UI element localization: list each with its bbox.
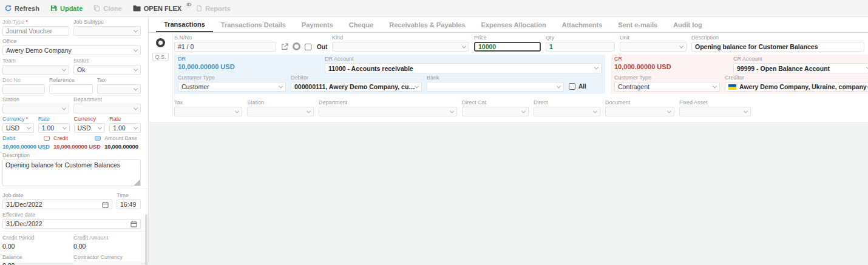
all-checkbox[interactable] [569,83,575,90]
office-select[interactable]: Awery Demo Company [2,45,141,55]
chevron-down-icon [134,106,138,110]
debit-calc-icon[interactable] [44,136,50,141]
clone-button[interactable]: Clone [93,5,122,12]
refresh-button[interactable]: Refresh [5,5,39,12]
credit-calc-icon[interactable] [95,136,101,141]
tab-expenses-allocation[interactable]: Expenses Allocation [473,17,554,32]
tx-department-select[interactable] [319,107,457,116]
direct-cat-select[interactable] [462,107,529,116]
reference-input[interactable] [49,84,93,94]
out-checkbox-label: Out [317,44,327,50]
chevron-down-icon [27,125,31,129]
time-input[interactable]: 16:49 [117,200,141,209]
chevron-down-icon [134,67,138,71]
kind-select[interactable] [332,42,469,52]
transaction-description-input[interactable]: Opening balance for Customer Balances [691,42,864,52]
doc-no-input[interactable] [2,84,45,94]
direct-cat-label: Direct Cat [462,99,529,106]
record-icon[interactable] [293,42,300,50]
chevron-down-icon [98,125,102,129]
chevron-down-icon [134,47,138,52]
calendar-icon[interactable] [102,201,109,208]
description-textarea[interactable]: Opening balance for Customer Balances [2,159,141,186]
cr-customer-type-select[interactable]: Contragent [614,82,720,92]
tx-station-label: Station [247,99,314,106]
qty-input[interactable]: 1 [546,42,615,52]
job-type-input[interactable]: Journal Voucher [2,26,69,36]
currency-credit-select[interactable]: USD [74,123,106,133]
tab-audit-log[interactable]: Audit log [665,17,710,32]
sn-no-input[interactable]: #1 / 0 [174,42,276,52]
chevron-down-icon [235,109,239,113]
job-subtype-select[interactable] [73,26,141,36]
left-panel-scrollbar[interactable] [145,214,147,265]
tab-sent-emails[interactable]: Sent e-mails [610,17,665,32]
id-superscript[interactable]: ID [186,2,191,7]
bank-select[interactable] [427,82,564,92]
amount-base-value: 10,000.00000 [104,143,141,150]
cr-account-label: CR Account [733,56,868,62]
direct-select[interactable] [534,107,600,116]
debitor-select[interactable]: 000000111, Awery Demo Company, customer,… [291,82,422,92]
tab-receivables-payables[interactable]: Receivables & Payables [381,17,473,32]
external-link-icon[interactable] [281,43,288,50]
department-select[interactable] [73,104,141,113]
tab-cheque[interactable]: Cheque [341,17,381,32]
tab-transactions-details[interactable]: Transactions Details [213,17,294,32]
cr-account-select[interactable]: 99999 - Open Balance Account [733,63,868,73]
bank-label: Bank [427,75,564,81]
tx-tax-label: Tax [174,99,242,106]
chevron-down-icon [415,84,419,88]
cr-amount: 10,000.00000 USD [614,62,728,72]
rate-debit-select[interactable]: 1.00 [38,123,70,133]
refresh-icon [5,5,12,12]
credit-amount-label: Credit Amount [73,235,141,241]
ukraine-flag-icon [728,84,736,90]
dr-account-select[interactable]: 11000 - Accounts receivable [325,63,602,73]
open-flex-button[interactable]: OPEN FLEX [133,5,181,12]
calendar-icon[interactable] [131,221,137,227]
job-date-input[interactable]: 31/Dec/2022 [2,200,112,209]
tab-bar: Transactions Transactions Details Paymen… [149,17,868,33]
chevron-down-icon [593,109,597,113]
target-icon[interactable] [156,38,165,47]
price-input[interactable]: 10000 [474,42,541,52]
reports-button[interactable]: Reports [196,5,231,12]
chevron-down-icon [450,109,454,113]
tab-attachments[interactable]: Attachments [554,17,611,32]
dr-customer-type-label: Customer Type [178,75,286,81]
dr-customer-type-select[interactable]: Customer [178,82,286,92]
effective-date-label: Effective date [2,212,141,218]
debit-label: Debit [2,135,15,141]
chevron-down-icon [134,125,138,129]
contractor-currency-label: Contractor Currency [73,254,141,260]
currency-debit-label: Currency* [2,116,34,122]
tab-transactions[interactable]: Transactions [156,17,213,32]
station-select[interactable] [2,104,69,113]
creditor-select[interactable]: Awery Demo Company, Ukraine, company [725,82,868,92]
document-select[interactable] [605,107,674,116]
out-checkbox[interactable] [305,44,311,50]
tx-tax-select[interactable] [174,107,242,116]
unit-select[interactable] [620,42,687,52]
status-select[interactable]: Ok [73,65,141,75]
effective-date-input[interactable]: 31/Dec/2022 [2,219,141,229]
chevron-down-icon [521,109,526,113]
rate-credit-select[interactable]: 1.00 [109,123,141,133]
transaction-description-label: Description [691,35,864,41]
document-label: Document [605,99,674,106]
fixed-asset-select[interactable] [679,107,751,116]
team-select[interactable] [2,65,69,75]
update-button[interactable]: Update [50,5,83,12]
job-subtype-label: Job Subtype [73,19,141,25]
tx-station-select[interactable] [247,107,314,116]
tax-select[interactable] [97,84,141,94]
price-label: Price [474,35,541,41]
tab-payments[interactable]: Payments [294,17,341,32]
status-label: Status [73,58,141,64]
time-label: Time [117,192,141,198]
cr-label: CR [614,56,728,62]
empty-content-area [149,122,868,265]
currency-debit-select[interactable]: USD [2,123,34,133]
qs-button[interactable]: Q.S. [152,53,168,61]
